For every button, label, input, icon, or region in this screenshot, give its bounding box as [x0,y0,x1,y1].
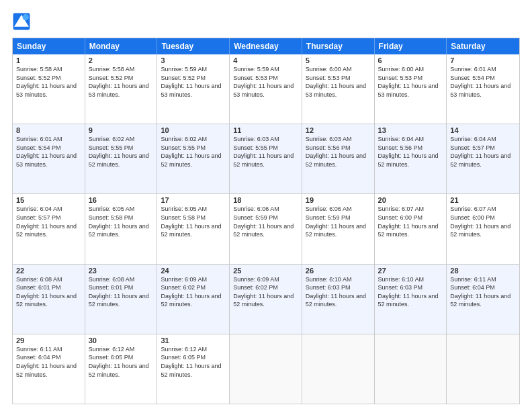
calendar-cell: 28Sunrise: 6:11 AMSunset: 6:04 PMDayligh… [447,265,519,334]
calendar-cell-empty [375,334,447,404]
calendar-body: 1Sunrise: 5:58 AMSunset: 5:52 PMDaylight… [13,54,519,404]
calendar-header-row: SundayMondayTuesdayWednesdayThursdayFrid… [13,38,519,54]
calendar-week-row: 29Sunrise: 6:11 AMSunset: 6:04 PMDayligh… [13,334,519,404]
cell-text: Sunrise: 6:07 AMSunset: 6:00 PMDaylight:… [378,205,443,238]
header [12,12,520,31]
calendar-header-cell: Thursday [302,38,375,54]
day-number: 16 [89,196,154,204]
cell-text: Sunrise: 6:09 AMSunset: 6:02 PMDaylight:… [233,275,298,309]
day-number: 8 [16,126,81,134]
day-number: 10 [161,126,226,134]
day-number: 27 [378,267,443,275]
cell-text: Sunrise: 6:10 AMSunset: 6:03 PMDaylight:… [306,275,371,309]
day-number: 1 [16,56,81,64]
day-number: 14 [450,126,516,134]
day-number: 24 [161,267,226,275]
cell-text: Sunrise: 6:01 AMSunset: 5:54 PMDaylight:… [16,135,81,169]
calendar-week-row: 15Sunrise: 6:04 AMSunset: 5:57 PMDayligh… [13,194,519,264]
cell-text: Sunrise: 6:06 AMSunset: 5:59 PMDaylight:… [306,205,371,238]
day-number: 7 [450,56,516,64]
calendar-cell: 13Sunrise: 6:04 AMSunset: 5:56 PMDayligh… [375,124,447,193]
calendar-cell: 7Sunrise: 6:01 AMSunset: 5:54 PMDaylight… [447,54,519,124]
day-number: 11 [233,126,298,134]
day-number: 15 [16,196,81,204]
day-number: 26 [306,267,371,275]
calendar-cell: 23Sunrise: 6:08 AMSunset: 6:01 PMDayligh… [85,265,158,334]
cell-text: Sunrise: 6:04 AMSunset: 5:57 PMDaylight:… [450,135,516,169]
calendar-cell: 8Sunrise: 6:01 AMSunset: 5:54 PMDaylight… [13,124,85,193]
cell-text: Sunrise: 6:11 AMSunset: 6:04 PMDaylight:… [450,275,516,309]
cell-text: Sunrise: 6:10 AMSunset: 6:03 PMDaylight:… [378,275,443,309]
day-number: 23 [89,267,154,275]
calendar-cell: 11Sunrise: 6:03 AMSunset: 5:55 PMDayligh… [230,124,302,193]
calendar: SundayMondayTuesdayWednesdayThursdayFrid… [12,38,520,404]
calendar-cell: 25Sunrise: 6:09 AMSunset: 6:02 PMDayligh… [230,265,302,334]
cell-text: Sunrise: 6:08 AMSunset: 6:01 PMDaylight:… [16,275,81,309]
cell-text: Sunrise: 6:01 AMSunset: 5:54 PMDaylight:… [450,65,516,99]
day-number: 21 [450,196,516,204]
calendar-cell-empty [447,334,519,404]
calendar-cell: 2Sunrise: 5:58 AMSunset: 5:52 PMDaylight… [85,54,158,124]
calendar-cell: 14Sunrise: 6:04 AMSunset: 5:57 PMDayligh… [447,124,519,193]
calendar-header-cell: Saturday [447,38,519,54]
day-number: 20 [378,196,443,204]
cell-text: Sunrise: 6:04 AMSunset: 5:57 PMDaylight:… [16,205,81,238]
day-number: 12 [306,126,371,134]
logo [12,12,34,31]
calendar-header-cell: Monday [85,38,158,54]
day-number: 28 [450,267,516,275]
cell-text: Sunrise: 6:00 AMSunset: 5:53 PMDaylight:… [306,65,371,99]
cell-text: Sunrise: 5:59 AMSunset: 5:52 PMDaylight:… [161,65,226,99]
cell-text: Sunrise: 6:05 AMSunset: 5:58 PMDaylight:… [161,205,226,238]
cell-text: Sunrise: 6:12 AMSunset: 6:05 PMDaylight:… [89,345,154,379]
cell-text: Sunrise: 6:00 AMSunset: 5:53 PMDaylight:… [378,65,443,99]
calendar-cell: 21Sunrise: 6:07 AMSunset: 6:00 PMDayligh… [447,194,519,263]
day-number: 18 [233,196,298,204]
calendar-header-cell: Tuesday [157,38,230,54]
cell-text: Sunrise: 6:08 AMSunset: 6:01 PMDaylight:… [89,275,154,309]
calendar-header-cell: Sunday [13,38,85,54]
calendar-cell: 12Sunrise: 6:03 AMSunset: 5:56 PMDayligh… [302,124,375,193]
calendar-cell-empty [230,334,302,404]
calendar-cell: 22Sunrise: 6:08 AMSunset: 6:01 PMDayligh… [13,265,85,334]
cell-text: Sunrise: 6:03 AMSunset: 5:55 PMDaylight:… [233,135,298,169]
calendar-cell: 6Sunrise: 6:00 AMSunset: 5:53 PMDaylight… [375,54,447,124]
calendar-cell: 24Sunrise: 6:09 AMSunset: 6:02 PMDayligh… [157,265,230,334]
day-number: 31 [161,336,226,345]
day-number: 5 [306,56,371,64]
cell-text: Sunrise: 6:02 AMSunset: 5:55 PMDaylight:… [161,135,226,169]
calendar-cell: 29Sunrise: 6:11 AMSunset: 6:04 PMDayligh… [13,334,85,404]
day-number: 29 [16,336,81,345]
calendar-header-cell: Wednesday [230,38,302,54]
day-number: 25 [233,267,298,275]
calendar-cell: 20Sunrise: 6:07 AMSunset: 6:00 PMDayligh… [375,194,447,263]
cell-text: Sunrise: 6:05 AMSunset: 5:58 PMDaylight:… [89,205,154,238]
calendar-cell: 5Sunrise: 6:00 AMSunset: 5:53 PMDaylight… [302,54,375,124]
cell-text: Sunrise: 6:07 AMSunset: 6:00 PMDaylight:… [450,205,516,238]
cell-text: Sunrise: 6:02 AMSunset: 5:55 PMDaylight:… [89,135,154,169]
calendar-header-cell: Friday [375,38,447,54]
calendar-cell: 19Sunrise: 6:06 AMSunset: 5:59 PMDayligh… [302,194,375,263]
calendar-week-row: 22Sunrise: 6:08 AMSunset: 6:01 PMDayligh… [13,265,519,334]
calendar-week-row: 8Sunrise: 6:01 AMSunset: 5:54 PMDaylight… [13,124,519,194]
calendar-cell: 3Sunrise: 5:59 AMSunset: 5:52 PMDaylight… [157,54,230,124]
calendar-cell: 15Sunrise: 6:04 AMSunset: 5:57 PMDayligh… [13,194,85,263]
calendar-cell: 17Sunrise: 6:05 AMSunset: 5:58 PMDayligh… [157,194,230,263]
cell-text: Sunrise: 5:58 AMSunset: 5:52 PMDaylight:… [16,65,81,99]
cell-text: Sunrise: 5:58 AMSunset: 5:52 PMDaylight:… [89,65,154,99]
cell-text: Sunrise: 5:59 AMSunset: 5:53 PMDaylight:… [233,65,298,99]
day-number: 3 [161,56,226,64]
calendar-cell: 10Sunrise: 6:02 AMSunset: 5:55 PMDayligh… [157,124,230,193]
calendar-cell: 27Sunrise: 6:10 AMSunset: 6:03 PMDayligh… [375,265,447,334]
cell-text: Sunrise: 6:03 AMSunset: 5:56 PMDaylight:… [306,135,371,169]
calendar-cell: 9Sunrise: 6:02 AMSunset: 5:55 PMDaylight… [85,124,158,193]
calendar-cell: 4Sunrise: 5:59 AMSunset: 5:53 PMDaylight… [230,54,302,124]
cell-text: Sunrise: 6:06 AMSunset: 5:59 PMDaylight:… [233,205,298,238]
calendar-cell: 31Sunrise: 6:12 AMSunset: 6:05 PMDayligh… [157,334,230,404]
day-number: 22 [16,267,81,275]
cell-text: Sunrise: 6:04 AMSunset: 5:56 PMDaylight:… [378,135,443,169]
day-number: 6 [378,56,443,64]
day-number: 30 [89,336,154,345]
calendar-cell: 18Sunrise: 6:06 AMSunset: 5:59 PMDayligh… [230,194,302,263]
cell-text: Sunrise: 6:09 AMSunset: 6:02 PMDaylight:… [161,275,226,309]
